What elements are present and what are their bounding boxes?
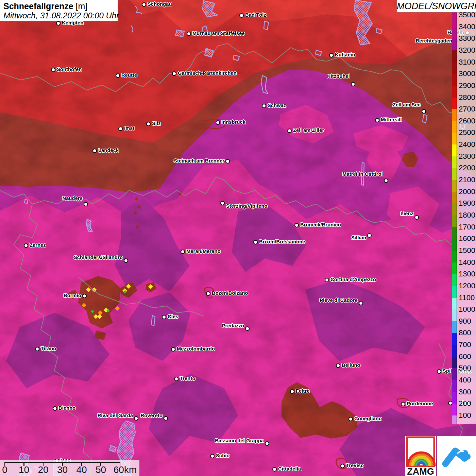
city-dot bbox=[24, 243, 28, 248]
legend-segment bbox=[452, 144, 457, 157]
legend-value: 500 bbox=[459, 364, 471, 372]
legend-segment bbox=[452, 15, 457, 27]
city-dot bbox=[351, 82, 355, 86]
legend-segment bbox=[452, 203, 457, 216]
city-label: Zell am Ziller bbox=[293, 128, 324, 133]
zamg-logo: ZAMG bbox=[405, 436, 436, 476]
legend-segment bbox=[452, 262, 457, 275]
legend-value: 3400 bbox=[459, 23, 475, 31]
title-unit: [m] bbox=[76, 1, 88, 11]
legend-value: 2200 bbox=[459, 164, 475, 172]
city-label: Tirano bbox=[41, 346, 56, 351]
city-dot bbox=[294, 223, 299, 227]
legend-value: 2100 bbox=[459, 176, 475, 184]
city-label: Steinach am Brenner bbox=[174, 158, 224, 164]
city-dot bbox=[146, 122, 151, 126]
legend-value: 200 bbox=[459, 400, 471, 408]
legend-segment bbox=[452, 98, 457, 110]
legend-segment bbox=[452, 321, 457, 334]
city-dot bbox=[359, 301, 363, 305]
city-dot bbox=[187, 32, 191, 36]
city-label: Treviso bbox=[346, 463, 364, 468]
city-dot bbox=[375, 118, 379, 122]
city-dot bbox=[51, 68, 55, 72]
city-label: Meran/Merano bbox=[186, 249, 221, 254]
city-label: Silz bbox=[152, 121, 161, 126]
city-dot bbox=[245, 326, 250, 331]
legend-value: 1200 bbox=[459, 282, 475, 290]
city-label: Sonthofen bbox=[57, 67, 82, 72]
legend-value: 3100 bbox=[459, 58, 475, 66]
city-label: Garmisch-Partenkirchen bbox=[178, 70, 237, 76]
city-dot bbox=[181, 250, 185, 254]
city-dot bbox=[287, 129, 292, 133]
city-dot bbox=[348, 417, 353, 421]
city-dot bbox=[401, 402, 405, 406]
city-dot bbox=[437, 369, 441, 374]
city-dot bbox=[325, 278, 329, 282]
city-label: Schwaz bbox=[268, 103, 286, 108]
city-label: Cortina d'Ampezzo bbox=[330, 277, 376, 282]
city-label: Imst bbox=[124, 125, 135, 131]
legend-value: 2500 bbox=[459, 129, 475, 137]
city-dot bbox=[220, 201, 225, 205]
legend-segment bbox=[452, 251, 457, 263]
city-dot bbox=[118, 126, 123, 131]
scalebar-label: 60km bbox=[110, 464, 140, 475]
city-label: Nauders bbox=[63, 196, 83, 201]
city-label: Zell am See bbox=[393, 102, 421, 107]
city-label: Sillian bbox=[351, 235, 366, 240]
distance-scalebar: 0102030405060km bbox=[0, 460, 139, 476]
legend-value: 2700 bbox=[459, 105, 475, 113]
map-title: Schneefallgrenze [m] bbox=[3, 1, 114, 11]
legend-value: 2400 bbox=[459, 140, 475, 149]
city-dot bbox=[84, 202, 88, 206]
city-label: Lienz bbox=[401, 211, 413, 216]
legend-segment bbox=[452, 333, 457, 345]
legend-value: 1100 bbox=[459, 294, 475, 302]
city-dot bbox=[367, 233, 372, 238]
legend-segment bbox=[452, 215, 457, 227]
legend-value: 3300 bbox=[459, 34, 475, 42]
legend-segment bbox=[452, 38, 457, 51]
city-label: Kitzbühel bbox=[327, 73, 350, 79]
city-label: Feltre bbox=[296, 388, 310, 394]
city-dot bbox=[225, 159, 230, 164]
city-label: Reutte bbox=[121, 72, 137, 78]
city-dot bbox=[35, 347, 39, 351]
legend-value: 1900 bbox=[459, 199, 475, 207]
legend-value: 2300 bbox=[459, 152, 475, 160]
city-dot bbox=[329, 53, 334, 57]
legend-segment bbox=[452, 392, 457, 404]
legend-value: 3000 bbox=[459, 70, 475, 78]
legend-segment bbox=[452, 109, 457, 121]
zamg-rainbow-icon bbox=[408, 453, 434, 466]
legend-segment bbox=[452, 239, 457, 251]
city-label: Berchtesgaden bbox=[416, 38, 452, 44]
city-dot bbox=[422, 109, 426, 114]
legend-value: 1300 bbox=[459, 270, 475, 278]
city-label: Sterzing/Vipiteno bbox=[226, 203, 268, 209]
legend-segment bbox=[452, 27, 457, 39]
city-dot bbox=[174, 377, 178, 381]
city-label: Mittersill bbox=[381, 117, 402, 122]
city-dot bbox=[116, 73, 120, 78]
legend-value: 400 bbox=[459, 376, 471, 384]
title-box: Schneefallgrenze [m] Mittwoch, 31.08.202… bbox=[0, 0, 118, 21]
city-dot bbox=[262, 104, 266, 108]
legend-segment bbox=[452, 62, 457, 74]
city-dot bbox=[272, 467, 277, 472]
legend-value: 1800 bbox=[459, 211, 475, 219]
partner-logo bbox=[437, 436, 476, 476]
legend-segment bbox=[452, 274, 457, 286]
legend-segment bbox=[452, 357, 457, 369]
city-dot bbox=[210, 454, 215, 458]
city-label: Zernez bbox=[30, 242, 46, 248]
city-label: Brixen/Bressanone bbox=[259, 239, 305, 244]
city-label: Pordenone bbox=[407, 401, 433, 406]
city-dot bbox=[171, 347, 175, 352]
city-dot bbox=[414, 215, 419, 220]
city-dot bbox=[172, 71, 176, 76]
city-dot bbox=[53, 406, 57, 411]
city-label: Murnau am Staffelsee bbox=[192, 31, 245, 36]
